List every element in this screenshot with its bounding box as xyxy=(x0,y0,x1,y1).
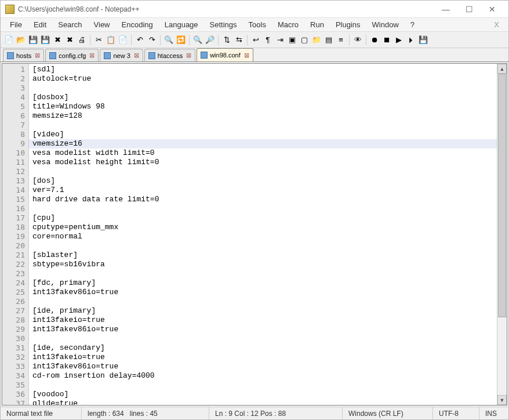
code-line[interactable] xyxy=(32,381,497,390)
code-line[interactable]: [ide, secondary] xyxy=(32,343,497,353)
code-line[interactable]: vesa modelist width limit=0 xyxy=(32,149,497,158)
stop-icon[interactable]: ⏹ xyxy=(381,34,392,46)
tab-config-cfg[interactable]: config.cfg⊠ xyxy=(45,49,99,61)
scroll-up-button[interactable]: ▲ xyxy=(497,64,507,74)
doc-map-icon[interactable]: ▤ xyxy=(323,34,335,46)
code-line[interactable]: [dosbox] xyxy=(32,93,497,102)
play2-icon[interactable]: ⏵ xyxy=(405,34,417,46)
replace-icon[interactable]: 🔁 xyxy=(175,34,187,46)
code-line[interactable]: glide=true xyxy=(32,399,497,405)
menu-view[interactable]: View xyxy=(88,19,116,31)
code-line[interactable]: [voodoo] xyxy=(32,390,497,399)
code-line[interactable] xyxy=(32,204,497,213)
cut-icon[interactable]: ✂ xyxy=(93,34,104,46)
eye-icon[interactable]: 👁 xyxy=(352,34,363,46)
code-line[interactable] xyxy=(32,241,497,251)
open-icon[interactable]: 📂 xyxy=(15,34,27,46)
menu-language[interactable]: Language xyxy=(159,19,204,31)
code-line[interactable] xyxy=(32,297,497,306)
menu-search[interactable]: Search xyxy=(52,19,88,31)
code-line[interactable]: title=Windows 98 xyxy=(32,102,497,111)
status-mode[interactable]: INS xyxy=(479,407,508,419)
unfold-icon[interactable]: ▢ xyxy=(299,34,310,46)
code-line[interactable]: [sblaster] xyxy=(32,251,497,260)
status-encoding[interactable]: UTF-8 xyxy=(433,407,479,419)
code-line[interactable]: int13fakev86io=true xyxy=(32,325,497,334)
play-icon[interactable]: ▶ xyxy=(393,34,405,46)
menu-file[interactable]: File xyxy=(4,19,28,31)
save-all-icon[interactable]: 💾 xyxy=(39,34,51,46)
code-line[interactable] xyxy=(32,121,497,130)
paste-icon[interactable]: 📄 xyxy=(117,34,129,46)
record-icon[interactable]: ⏺ xyxy=(369,34,380,46)
close-icon[interactable]: ✖ xyxy=(52,34,63,46)
menu-tools[interactable]: Tools xyxy=(243,19,272,31)
code-line[interactable] xyxy=(32,269,497,278)
code-line[interactable]: sbtype=sb16vibra xyxy=(32,260,497,269)
tab-win98-conf[interactable]: win98.conf⊠ xyxy=(197,48,253,61)
zoom-in-icon[interactable]: 🔍 xyxy=(192,34,203,46)
menu-[interactable]: ? xyxy=(405,19,420,31)
tab-close-icon[interactable]: ⊠ xyxy=(35,52,40,59)
code-line[interactable]: [ide, primary] xyxy=(32,306,497,316)
code-area[interactable]: [sdl]autolock=true[dosbox]title=Windows … xyxy=(29,64,497,405)
code-line[interactable]: hard drive data rate limit=0 xyxy=(32,195,497,204)
tab-close-icon[interactable]: ⊠ xyxy=(134,52,139,59)
all-chars-icon[interactable]: ¶ xyxy=(262,34,274,46)
code-line[interactable]: cd-rom insertion delay=4000 xyxy=(32,371,497,381)
tab-new-3[interactable]: new 3⊠ xyxy=(100,49,143,61)
tab-close-icon[interactable]: ⊠ xyxy=(244,52,249,59)
func-list-icon[interactable]: ≡ xyxy=(335,34,347,46)
wrap-icon[interactable]: ↩ xyxy=(250,34,261,46)
maximize-button[interactable]: ☐ xyxy=(457,2,481,16)
indent-icon[interactable]: ⇥ xyxy=(274,34,286,46)
undo-icon[interactable]: ↶ xyxy=(134,34,146,46)
save-macro-icon[interactable]: 💾 xyxy=(417,34,429,46)
close-window-button[interactable]: ✕ xyxy=(481,2,504,16)
status-eol[interactable]: Windows (CR LF) xyxy=(343,407,433,419)
scroll-thumb[interactable] xyxy=(498,74,506,317)
code-line[interactable]: int13fakeio=true xyxy=(32,316,497,325)
code-line[interactable]: int13fakev86io=true xyxy=(32,288,497,297)
code-line[interactable] xyxy=(32,167,497,176)
code-line[interactable]: int13fakev86io=true xyxy=(32,362,497,371)
menu-edit[interactable]: Edit xyxy=(28,19,52,31)
code-line[interactable]: [fdc, primary] xyxy=(32,278,497,288)
code-line[interactable]: [sdl] xyxy=(32,65,497,74)
save-icon[interactable]: 💾 xyxy=(27,34,39,46)
mdi-close-button[interactable]: X xyxy=(488,20,505,29)
fold-icon[interactable]: ▣ xyxy=(286,34,298,46)
menu-macro[interactable]: Macro xyxy=(272,19,304,31)
vertical-scrollbar[interactable]: ▲ ▼ xyxy=(497,64,507,405)
code-line[interactable]: memsize=128 xyxy=(32,111,497,121)
menu-plugins[interactable]: Plugins xyxy=(330,19,366,31)
tab-hosts[interactable]: hosts⊠ xyxy=(3,49,44,61)
close-all-icon[interactable]: ✖ xyxy=(64,34,75,46)
code-line[interactable] xyxy=(32,84,497,93)
code-line[interactable]: vesa modelist height limit=0 xyxy=(32,158,497,167)
new-icon[interactable]: 📄 xyxy=(3,34,14,46)
menu-encoding[interactable]: Encoding xyxy=(116,19,159,31)
menu-settings[interactable]: Settings xyxy=(204,19,243,31)
code-line[interactable]: autolock=true xyxy=(32,74,497,84)
code-line[interactable]: ver=7.1 xyxy=(32,186,497,195)
redo-icon[interactable]: ↷ xyxy=(146,34,158,46)
code-line[interactable]: int13fakeio=true xyxy=(32,353,497,362)
code-line[interactable]: [dos] xyxy=(32,176,497,186)
tab-htaccess[interactable]: htaccess⊠ xyxy=(144,49,195,61)
menu-run[interactable]: Run xyxy=(304,19,330,31)
menu-window[interactable]: Window xyxy=(366,19,405,31)
zoom-out-icon[interactable]: 🔎 xyxy=(204,34,216,46)
copy-icon[interactable]: 📋 xyxy=(105,34,117,46)
code-line[interactable]: vmemsize=16 xyxy=(29,139,497,149)
print-icon[interactable]: 🖨 xyxy=(76,34,88,46)
find-icon[interactable]: 🔍 xyxy=(163,34,174,46)
sync-v-icon[interactable]: ⇅ xyxy=(221,34,232,46)
minimize-button[interactable]: — xyxy=(434,2,457,16)
code-line[interactable] xyxy=(32,334,497,343)
code-line[interactable]: core=normal xyxy=(32,232,497,241)
sync-h-icon[interactable]: ⇆ xyxy=(233,34,245,46)
code-line[interactable]: [cpu] xyxy=(32,213,497,223)
folder-icon[interactable]: 📁 xyxy=(311,34,322,46)
code-line[interactable]: cputype=pentium_mmx xyxy=(32,223,497,232)
